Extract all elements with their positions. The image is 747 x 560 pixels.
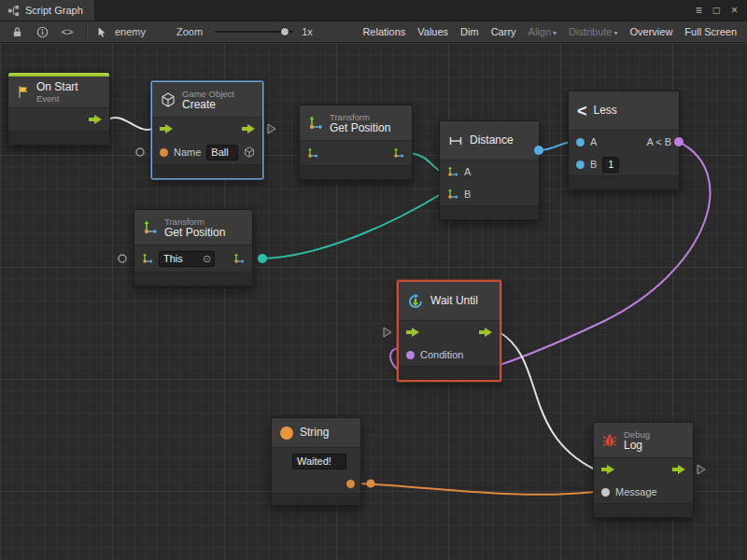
condition-port-row: Condition [399,343,500,366]
string-output-dot[interactable] [346,480,355,488]
zoom-slider-knob[interactable] [280,27,289,36]
node-category: Transform [164,217,225,227]
flow-port-row [8,108,109,131]
node-title: Get Position [164,227,225,239]
node-footer [152,164,262,178]
name-port-dot[interactable] [160,148,168,157]
transform-port-icon[interactable] [447,166,458,177]
node-title: Log [624,440,650,452]
carry-button[interactable]: Carry [486,26,521,37]
toolbar-separator [86,25,88,39]
port-b-dot[interactable] [576,161,585,169]
tab-script-graph[interactable]: Script Graph [0,0,95,21]
chevron-down-icon: ▾ [614,29,618,37]
b-value-field[interactable] [602,157,619,173]
this-value-field[interactable] [162,253,200,264]
node-footer [300,165,412,179]
flow-input-port[interactable] [160,124,173,133]
relations-button[interactable]: Relations [358,26,410,37]
object-picker-target-icon[interactable]: ⊙ [203,254,211,264]
message-port-row: Message [594,481,693,503]
close-button[interactable]: × [731,4,738,17]
message-port-dot[interactable] [601,488,610,497]
wire-wait-until-to-debug-log [500,332,595,469]
node-get-position-top[interactable]: Transform Get Position [299,105,413,180]
info-icon[interactable] [31,23,53,40]
fullscreen-button[interactable]: Full Screen [680,26,741,37]
node-title: String [300,427,329,439]
flow-continuation-triangle [384,328,391,337]
flow-output-port[interactable] [242,124,255,133]
zoom-value: 1x [302,26,313,37]
node-category: Debug [624,429,650,440]
node-title: Distance [470,134,514,147]
port-a-label: A [464,166,471,177]
flag-icon [17,85,30,99]
position-output-port-icon[interactable] [393,147,404,159]
wire-string-to-debug-message [356,483,595,495]
wait-until-clock-icon [407,293,424,310]
node-get-position-bottom[interactable]: Transform Get Position ⊙ [134,209,253,287]
node-footer [440,205,539,219]
transform-icon [308,116,323,131]
node-subtitle: Event [36,93,78,104]
object-picker-cube-icon[interactable] [244,147,255,158]
node-header: Transform Get Position [300,105,412,141]
node-title: On Start [36,81,78,93]
flow-port-row [399,321,500,343]
port-a-dot[interactable] [576,138,585,147]
node-header: Wait Until [399,282,500,321]
wire-on-start-to-create [108,118,152,130]
graph-canvas[interactable]: On Start Event Game Object Create [0,43,747,560]
node-wait-until[interactable]: Wait Until Condition [397,280,501,382]
node-header: Distance [440,121,539,161]
string-value-field[interactable] [292,454,346,469]
flow-output-port[interactable] [89,115,102,124]
position-output-port-icon[interactable] [233,253,245,264]
zoom-slider[interactable] [215,31,293,33]
flow-continuation-triangle [268,124,275,133]
flow-output-port[interactable] [479,328,492,337]
condition-port-dot[interactable] [406,351,415,359]
chevron-down-icon: ▾ [553,29,557,37]
node-less[interactable]: < Less A A < B B [568,91,680,190]
port-a-row: A [440,161,539,183]
transform-icon [143,220,158,235]
flow-input-port[interactable] [406,328,419,337]
align-dropdown[interactable]: Align▾ [524,26,561,37]
target-object-label[interactable]: enemy [111,26,149,37]
flow-input-port[interactable] [601,465,614,474]
node-distance[interactable]: Distance A B [439,120,540,220]
values-button[interactable]: Values [413,26,453,37]
node-header: Game Object Create [152,82,262,118]
node-category: Game Object [182,89,234,99]
dim-button[interactable]: Dim [456,26,484,37]
transform-port-icon[interactable] [447,189,458,200]
value-port-row [300,141,412,165]
name-value-field[interactable] [206,145,238,161]
flow-output-port[interactable] [672,465,685,474]
unity-script-graph-window: Script Graph ≡ □ × <> enemy Zoom 1x Rela… [0,0,747,560]
code-view-button[interactable]: <> [56,23,78,40]
distribute-dropdown[interactable]: Distribute▾ [564,26,622,37]
transform-input-port-icon[interactable] [307,147,318,159]
transform-input-port-icon[interactable] [142,253,153,264]
cube-icon [161,92,176,107]
create-name-unconnected-dot [136,148,144,156]
value-port-row: ⊙ [134,245,252,272]
flow-continuation-triangle [698,465,705,474]
node-header: On Start Event [8,77,109,108]
maximize-button[interactable]: □ [713,4,720,17]
node-game-object-create[interactable]: Game Object Create Name [151,81,263,179]
name-port-label: Name [174,147,201,158]
port-a-row: A A < B [569,131,679,153]
node-on-start-event[interactable]: On Start Event [7,72,110,146]
result-label: A < B [646,136,671,147]
overview-button[interactable]: Overview [626,26,678,37]
node-debug-log[interactable]: Debug Log Message [593,422,694,518]
node-string-literal[interactable]: String [271,417,361,506]
node-title: Wait Until [430,295,478,307]
window-controls: ≡ □ × [696,0,747,21]
lock-icon[interactable] [6,23,28,40]
window-menu-button[interactable]: ≡ [696,4,702,17]
